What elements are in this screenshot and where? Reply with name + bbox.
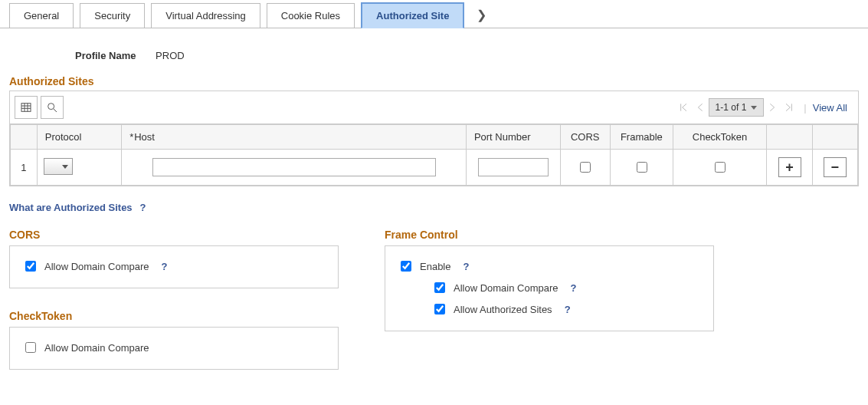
col-framable[interactable]: Framable	[610, 125, 673, 150]
help-icon[interactable]: ?	[565, 304, 571, 315]
help-icon[interactable]: ?	[140, 202, 146, 213]
authorized-sites-grid: 1-1 of 1 | View All Protocol Host Port N…	[9, 91, 859, 186]
last-icon	[783, 101, 795, 114]
frame-enable-checkbox[interactable]	[401, 261, 411, 272]
frame-control-panel: Frame Control Enable ? Allow Domain Comp…	[385, 219, 714, 370]
prev-icon	[694, 101, 706, 114]
frame-control-header: Frame Control	[385, 219, 714, 245]
cors-allow-domain-compare-checkbox[interactable]	[25, 261, 36, 272]
help-icon[interactable]: ?	[162, 261, 168, 272]
svg-point-5	[48, 104, 54, 110]
col-add	[767, 125, 812, 150]
port-input[interactable]	[478, 158, 549, 176]
grid-toolbar: 1-1 of 1 | View All	[10, 91, 858, 124]
pager-last-button[interactable]	[781, 99, 798, 116]
frame-allow-domain-compare-label: Allow Domain Compare	[454, 282, 558, 294]
grid-search-button[interactable]	[41, 96, 64, 119]
first-icon	[677, 101, 689, 114]
pager-next-button[interactable]	[764, 99, 781, 116]
frame-allow-domain-compare-checkbox[interactable]	[434, 282, 445, 293]
profile-name-label: Profile Name	[75, 50, 136, 61]
help-icon[interactable]: ?	[571, 282, 577, 294]
col-port[interactable]: Port Number	[466, 125, 560, 150]
protocol-select[interactable]	[44, 158, 73, 175]
table-row: 1 + −	[11, 150, 858, 186]
host-input[interactable]	[152, 158, 436, 176]
checktoken-header: CheckToken	[9, 288, 339, 327]
col-protocol[interactable]: Protocol	[37, 125, 121, 150]
pager-first-button[interactable]	[675, 99, 692, 116]
tab-general[interactable]: General	[9, 3, 74, 28]
col-rownum	[11, 125, 38, 150]
caret-down-icon	[751, 106, 757, 110]
tab-more-icon[interactable]: ❯	[470, 5, 493, 25]
authorized-sites-header: Authorized Sites	[0, 61, 868, 91]
remove-row-button[interactable]: −	[824, 157, 847, 177]
tab-virtual-addressing[interactable]: Virtual Addressing	[151, 3, 260, 28]
checktoken-checkbox[interactable]	[715, 162, 726, 173]
help-icon[interactable]: ?	[463, 261, 469, 272]
cors-header: CORS	[9, 219, 339, 245]
frame-enable-label: Enable	[420, 261, 450, 272]
tab-cookie-rules[interactable]: Cookie Rules	[267, 3, 355, 28]
svg-rect-0	[21, 104, 31, 112]
tab-authorized-site[interactable]: Authorized Site	[361, 2, 464, 28]
pager-prev-button[interactable]	[692, 99, 709, 116]
col-host[interactable]: Host	[122, 125, 467, 150]
add-row-button[interactable]: +	[778, 157, 801, 177]
next-icon	[766, 101, 778, 114]
frame-allow-authorized-sites-checkbox[interactable]	[434, 304, 445, 314]
search-icon	[46, 101, 58, 114]
tab-bar: General Security Virtual Addressing Cook…	[0, 0, 868, 28]
col-cors[interactable]: CORS	[560, 125, 610, 150]
pager-separator: |	[804, 102, 806, 114]
cors-allow-domain-compare-label: Allow Domain Compare	[44, 261, 149, 272]
checktoken-allow-domain-compare-checkbox[interactable]	[25, 342, 36, 353]
cors-checkbox[interactable]	[580, 162, 591, 173]
what-are-authorized-sites-link[interactable]: What are Authorized Sites ?	[0, 186, 146, 213]
tab-security[interactable]: Security	[80, 3, 145, 28]
framable-checkbox[interactable]	[637, 162, 647, 173]
frame-allow-authorized-sites-label: Allow Authorized Sites	[454, 304, 552, 315]
pager-count-text: 1-1 of 1	[716, 102, 747, 113]
grid-settings-button[interactable]	[15, 96, 38, 119]
profile-name-row: Profile Name PROD	[0, 28, 868, 61]
col-checktoken[interactable]: CheckToken	[673, 125, 767, 150]
svg-line-6	[54, 109, 57, 112]
row-number: 1	[11, 150, 38, 186]
grid-table: Protocol Host Port Number CORS Framable …	[10, 124, 858, 186]
col-remove	[812, 125, 857, 150]
pager-count[interactable]: 1-1 of 1	[709, 98, 765, 117]
checktoken-allow-domain-compare-label: Allow Domain Compare	[44, 342, 149, 354]
profile-name-value: PROD	[156, 50, 185, 61]
cors-panel: CORS Allow Domain Compare ? CheckToken A…	[9, 219, 339, 370]
grid-settings-icon	[20, 101, 32, 114]
view-all-link[interactable]: View All	[813, 102, 853, 114]
